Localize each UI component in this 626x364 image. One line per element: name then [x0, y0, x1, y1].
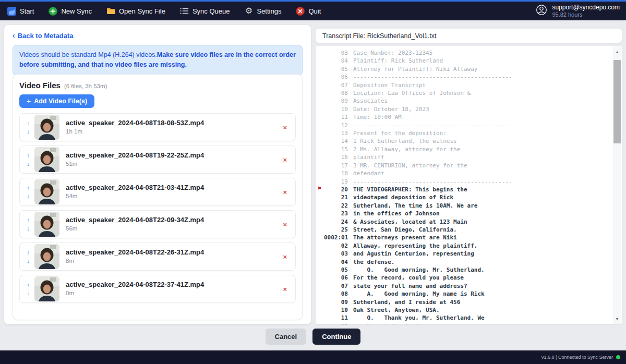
account-info[interactable]: support@syncdepo.com 95.82 hours — [535, 4, 620, 19]
transcript-line-text: Deposition Transcript — [353, 81, 426, 89]
account-hours: 95.82 hours — [552, 11, 620, 19]
add-video-files-button[interactable]: + Add Video File(s) — [19, 94, 94, 108]
continue-button[interactable]: Continue — [312, 329, 360, 345]
list-icon — [180, 7, 189, 16]
transcript-line-text: the defense. — [353, 258, 394, 266]
video-filename: active_speaker_2024-04-08T18-08-53Z.mp4 — [66, 118, 204, 128]
transcript-lines: 03 Case Number: 2023-12345 04 Plaintiff:… — [316, 49, 613, 324]
transcript-line: 19 -------------------------------------… — [316, 178, 613, 186]
menu-item-quit[interactable]: Quit — [296, 7, 321, 16]
video-filename: active_speaker_2024-04-08T22-26-31Z.mp4 — [66, 248, 204, 257]
transcript-line-number: 12 — [324, 322, 348, 324]
transcript-line-text: Attorney for Plaintiff: Niki Allaway — [353, 65, 477, 73]
remove-video-button[interactable]: × — [281, 155, 289, 165]
transcript-line-text: 2 Ms. Allaway, attorney for the — [353, 145, 460, 153]
transcript-line-text: 1 Rick Sutherland, the witness — [353, 137, 457, 145]
scrollbar-thumb[interactable] — [613, 60, 621, 143]
transcript-line-text: Q. Good morning, Mr. Sutherland. — [353, 266, 485, 274]
move-down-arrow[interactable]: ↓ — [27, 161, 30, 167]
video-duration: 8m — [66, 257, 204, 265]
transcript-line-number: 02 — [324, 242, 348, 250]
move-down-arrow[interactable]: ↓ — [27, 258, 30, 264]
transcript-line-number: 03 — [324, 250, 348, 258]
bookmark-flag-icon[interactable]: ⚑ — [317, 186, 322, 191]
transcript-line-text: ----------------------------------------… — [353, 122, 512, 129]
move-down-arrow[interactable]: ↓ — [27, 193, 30, 199]
transcript-line: 15 2 Ms. Allaway, attorney for the — [316, 145, 613, 153]
folder-icon — [106, 7, 115, 16]
transcript-line: 16 plaintiff — [316, 153, 613, 161]
video-file-list: ↑ ↓ active_speaker_2024-04-08T18-08-53Z.… — [19, 113, 296, 303]
video-duration: 1h 1m — [66, 128, 204, 136]
menu-item-sync-queue[interactable]: Sync Queue — [180, 7, 230, 16]
video-files-title: Video Files — [19, 81, 61, 90]
remove-video-button[interactable]: × — [281, 284, 289, 294]
user-circle-icon — [535, 4, 548, 18]
transcript-line-text: Oak Street, Anytown, USA. — [353, 306, 440, 314]
transcript-line: 04 Plaintiff: Rick Sutherland — [316, 57, 613, 65]
video-filename: active_speaker_2024-04-08T19-22-25Z.mp4 — [66, 151, 204, 160]
move-up-arrow[interactable]: ↑ — [27, 185, 30, 191]
transcript-line-number: 09 — [324, 97, 348, 105]
transcript-line-number: 25 — [324, 226, 348, 234]
transcript-line-number: 06 — [324, 73, 348, 81]
transcript-line: 18 defendant — [316, 169, 613, 177]
menu-item-open-sync-file[interactable]: Open Sync File — [106, 7, 165, 16]
transcript-line-text: Sutherland, The time is 10AM. We are — [353, 202, 477, 210]
move-up-arrow[interactable]: ↑ — [27, 282, 30, 288]
add-button-label: Add Video File(s) — [34, 98, 87, 105]
move-up-arrow[interactable]: ↑ — [27, 152, 30, 159]
scrollbar-up-arrow[interactable]: ▲ — [613, 47, 621, 56]
remove-video-button[interactable]: × — [281, 252, 289, 262]
cancel-button[interactable]: Cancel — [266, 329, 307, 345]
transcript-line-text: state your full name and address? — [353, 282, 467, 290]
transcript-line-text: in the offices of Johnson — [353, 210, 440, 217]
transcript-line: 13 Present for the deposition: — [316, 129, 613, 137]
move-down-arrow[interactable]: ↓ — [27, 225, 30, 232]
back-to-metadata-link[interactable]: ‹ Back to Metadata — [13, 31, 74, 40]
status-bar: v1.6.8 | Connected to Sync Server — [0, 350, 626, 364]
video-file-row: ↑ ↓ active_speaker_2024-04-08T21-03-41Z.… — [19, 178, 296, 206]
menu-item-settings[interactable]: ⚙ Settings — [244, 7, 281, 16]
transcript-line: 02 Allaway, representing the plaintiff, — [316, 242, 613, 250]
remove-video-button[interactable]: × — [281, 187, 289, 197]
transcript-line-text: videotaped deposition of Rick — [353, 193, 453, 201]
transcript-scrollbar[interactable]: ▲ ▼ — [613, 46, 621, 324]
menu-item-new-sync[interactable]: New Sync — [49, 7, 92, 16]
transcript-line-number: 08 — [324, 89, 348, 97]
transcript-line: 21 videotaped deposition of Rick — [316, 193, 613, 201]
transcript-line-text: THE VIDEOGRAPHER: This begins the — [353, 186, 467, 193]
transcript-line: 11 Time: 10:00 AM — [316, 113, 613, 121]
remove-video-button[interactable]: × — [281, 123, 289, 132]
transcript-line-text: Allaway, representing the plaintiff, — [353, 242, 477, 250]
transcript-line-text: The attorneys present are Niki — [353, 234, 457, 241]
transcript-line: 07 Deposition Transcript — [316, 81, 613, 89]
chevron-left-icon: ‹ — [13, 31, 15, 40]
transcript-viewer: 03 Case Number: 2023-12345 04 Plaintiff:… — [316, 46, 622, 324]
video-duration: 56m — [66, 225, 204, 233]
transcript-line: 06 -------------------------------------… — [316, 73, 613, 81]
transcript-line-number: 11 — [324, 314, 348, 322]
transcript-line: 09 Sutherland, and I reside at 456 — [316, 298, 613, 306]
video-file-row: ↑ ↓ active_speaker_2024-04-08T22-37-41Z.… — [19, 275, 296, 303]
video-thumbnail — [34, 244, 59, 269]
transcript-file-header: Transcript File: RickSutherland_Vol1.txt — [316, 29, 622, 43]
transcript-line: 09 Associates — [316, 97, 613, 105]
transcript-line: 08 A. Good morning. My name is Rick — [316, 290, 613, 298]
transcript-line-number: 24 — [324, 218, 348, 226]
transcript-line: 10 Oak Street, Anytown, USA. — [316, 306, 613, 314]
menu-label: Settings — [257, 7, 281, 15]
move-up-arrow[interactable]: ↑ — [27, 249, 30, 256]
video-thumbnail — [34, 276, 59, 301]
remove-video-button[interactable]: × — [281, 220, 289, 229]
scrollbar-down-arrow[interactable]: ▼ — [613, 314, 621, 323]
transcript-line: 22 Sutherland, The time is 10AM. We are — [316, 202, 613, 210]
video-files-summary: (6 files, 3h 53m) — [64, 83, 107, 89]
transcript-line: 03 Case Number: 2023-12345 — [316, 49, 613, 57]
menu-item-start[interactable]: Start — [7, 7, 34, 16]
move-down-arrow[interactable]: ↓ — [27, 128, 30, 135]
move-up-arrow[interactable]: ↑ — [27, 217, 30, 223]
transcript-line-text: defendant — [353, 169, 384, 177]
transcript-line: 07 state your full name and address? — [316, 282, 613, 290]
transcript-line-number: 0002:01 — [324, 234, 348, 241]
